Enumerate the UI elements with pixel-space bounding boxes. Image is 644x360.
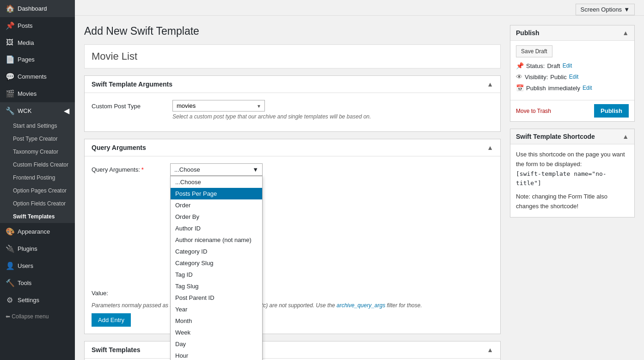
wck-arrow-icon: ◀	[64, 106, 69, 115]
add-entry-button[interactable]: Add Entry	[92, 313, 131, 327]
plugins-icon: 🔌	[6, 244, 14, 253]
value-section: Value: Parameters normaly passed as arra…	[92, 287, 493, 327]
sidebar-item-tools[interactable]: 🔨 Tools	[0, 274, 75, 292]
comments-icon: 💬	[6, 72, 14, 81]
screen-options-arrow-icon: ▼	[624, 6, 630, 13]
dropdown-item-category-id[interactable]: Category ID	[171, 246, 262, 257]
shortcode-note: Note: changing the Form Title also chang…	[516, 192, 629, 211]
query-arguments-header[interactable]: Query Arguments ▲	[85, 139, 500, 156]
settings-icon: ⚙	[6, 296, 14, 304]
move-to-trash-link[interactable]: Move to Trash	[516, 108, 551, 114]
publish-time-row: 📅 Publish immediately Edit	[516, 84, 629, 92]
dropdown-item-year[interactable]: Year	[171, 304, 262, 315]
publish-footer: Move to Trash Publish	[510, 100, 634, 121]
swift-templates-title: Swift Templates	[92, 346, 141, 354]
sidebar-item-posts[interactable]: 📌 Posts	[0, 17, 75, 34]
wck-submenu: Start and Settings Post Type Creator Tax…	[0, 119, 75, 223]
sidebar-item-label: Plugins	[18, 245, 37, 252]
query-arguments-metabox: Query Arguments ▲ Query Arguments: * ...…	[84, 139, 501, 334]
publish-time-edit-link[interactable]: Edit	[583, 85, 592, 91]
wck-icon: 🔧	[6, 106, 14, 115]
sidebar-item-label: Posts	[18, 22, 33, 29]
appearance-icon: 🎨	[6, 227, 14, 236]
swift-template-arguments-header[interactable]: Swift Template Arguments ▲	[85, 76, 500, 93]
sidebar-item-dashboard[interactable]: 🏠 Dashboard	[0, 0, 75, 17]
swift-template-arguments-body: Custom Post Type movies posts pages S	[85, 93, 500, 131]
sidebar-item-users[interactable]: 👤 Users	[0, 257, 75, 274]
query-args-label: Query Arguments: *	[92, 163, 166, 173]
content-area: Add New Swift Template Swift Template Ar…	[75, 16, 644, 360]
top-bar: Screen Options ▼	[75, 0, 644, 16]
dropdown-item-author-nicename[interactable]: Author nicename (not name)	[171, 234, 262, 246]
status-value: Draft	[547, 62, 560, 69]
visibility-icon: 👁	[516, 73, 522, 81]
query-args-row: Query Arguments: * ...Choose ▼ ...Choose	[92, 163, 493, 176]
sidebar: 🏠 Dashboard 📌 Posts 🖼 Media 📄 Pages 💬 Co…	[0, 0, 75, 360]
dropdown-selected: ...Choose	[174, 166, 200, 173]
publish-title: Publish	[516, 29, 540, 37]
sidebar-item-wck[interactable]: 🔧 WCK ◀	[0, 102, 75, 119]
dropdown-item-month[interactable]: Month	[171, 315, 262, 327]
custom-post-type-hint: Select a custom post type that our archi…	[172, 113, 371, 120]
archive-filter-link[interactable]: archive_query_args	[337, 302, 385, 309]
collapse-icon: ⬅	[6, 313, 12, 320]
sidebar-item-pages[interactable]: 📄 Pages	[0, 51, 75, 68]
visibility-edit-link[interactable]: Edit	[569, 74, 579, 80]
tools-icon: 🔨	[6, 279, 14, 287]
shortcode-body: Use this shortcode on the page you want …	[510, 144, 634, 217]
swift-templates-header[interactable]: Swift Templates ▲	[85, 341, 500, 359]
sidebar-item-taxonomy-creator[interactable]: Taxonomy Creator	[0, 145, 75, 158]
collapse-arrow-icon: ▲	[487, 144, 493, 151]
publish-body: Save Draft 📌 Status: Draft Edit 👁 Visibi…	[510, 41, 634, 100]
sidebar-item-plugins[interactable]: 🔌 Plugins	[0, 240, 75, 257]
sidebar-item-start-settings[interactable]: Start and Settings	[0, 119, 75, 132]
shortcode-description: Use this shortcode on the page you want …	[516, 150, 629, 169]
publish-box: Publish ▲ Save Draft 📌 Status: Draft Edi…	[510, 25, 635, 122]
collapse-menu[interactable]: ⬅ Collapse menu	[0, 309, 75, 324]
query-args-dropdown-trigger[interactable]: ...Choose ▼	[170, 163, 263, 176]
sidebar-item-custom-fields-creator[interactable]: Custom Fields Creator	[0, 158, 75, 171]
dropdown-item-tag-slug[interactable]: Tag Slug	[171, 280, 262, 292]
screen-options-button[interactable]: Screen Options ▼	[576, 4, 635, 15]
title-input[interactable]	[85, 45, 500, 68]
sidebar-item-swift-templates[interactable]: Swift Templates	[0, 210, 75, 223]
dropdown-item-post-parent-id[interactable]: Post Parent ID	[171, 292, 262, 304]
publish-button[interactable]: Publish	[594, 104, 629, 118]
sidebar-item-option-fields-creator[interactable]: Option Fields Creator	[0, 197, 75, 210]
publish-header[interactable]: Publish ▲	[510, 25, 634, 41]
sidebar-item-appearance[interactable]: 🎨 Appearance	[0, 223, 75, 240]
sidebar-item-option-pages-creator[interactable]: Option Pages Creator	[0, 184, 75, 197]
sidebar-item-label: Settings	[18, 297, 39, 304]
dropdown-item-category-slug[interactable]: Category Slug	[171, 257, 262, 269]
custom-post-type-row: Custom Post Type movies posts pages S	[92, 100, 493, 120]
main-content: Screen Options ▼ Add New Swift Template …	[75, 0, 644, 360]
collapse-menu-label: Collapse menu	[12, 313, 49, 320]
dropdown-item-week[interactable]: Week	[171, 327, 262, 338]
sidebar-item-settings[interactable]: ⚙ Settings	[0, 292, 75, 309]
status-edit-link[interactable]: Edit	[563, 62, 572, 69]
dropdown-item-hour[interactable]: Hour	[171, 350, 262, 360]
visibility-row: 👁 Visibility: Public Edit	[516, 73, 629, 81]
sidebar-item-movies[interactable]: 🎬 Movies	[0, 85, 75, 102]
dropdown-item-order[interactable]: Order	[171, 199, 262, 211]
sidebar-item-frontend-posting[interactable]: Frontend Posting	[0, 171, 75, 184]
sidebar-item-post-type-creator[interactable]: Post Type Creator	[0, 132, 75, 145]
query-arguments-title: Query Arguments	[92, 144, 146, 151]
dropdown-item-choose[interactable]: ...Choose	[171, 176, 262, 188]
dropdown-item-day[interactable]: Day	[171, 338, 262, 350]
sidebar-item-label: Dashboard	[18, 5, 47, 12]
dropdown-item-tag-id[interactable]: Tag ID	[171, 269, 262, 280]
save-draft-button[interactable]: Save Draft	[516, 45, 552, 57]
sidebar-item-comments[interactable]: 💬 Comments	[0, 68, 75, 85]
dropdown-item-posts-per-page[interactable]: Posts Per Page	[171, 188, 262, 199]
status-icon: 📌	[516, 62, 524, 69]
publish-label: Publish	[526, 85, 546, 92]
sidebar-item-media[interactable]: 🖼 Media	[0, 34, 75, 51]
dropdown-arrow-icon: ▼	[252, 166, 258, 173]
custom-post-type-select[interactable]: movies posts pages	[172, 100, 265, 112]
dropdown-item-order-by[interactable]: Order By	[171, 211, 262, 223]
dropdown-item-author-id[interactable]: Author ID	[171, 223, 262, 234]
swift-template-arguments-metabox: Swift Template Arguments ▲ Custom Post T…	[84, 75, 501, 132]
shortcode-header[interactable]: Swift Template Shortcode ▲	[510, 129, 634, 144]
custom-post-type-field: movies posts pages Select a custom post …	[172, 100, 371, 120]
